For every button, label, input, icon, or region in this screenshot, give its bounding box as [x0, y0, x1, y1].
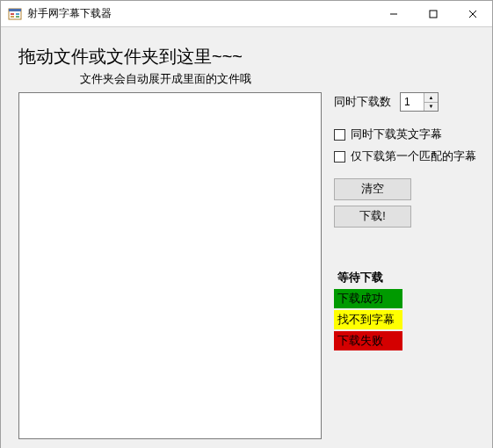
- checkbox-box-icon: [334, 151, 345, 163]
- checkbox-english-subs[interactable]: 同时下载英文字幕: [334, 127, 476, 142]
- numeric-up-button[interactable]: ▲: [424, 93, 438, 103]
- main-heading: 拖动文件或文件夹到这里~~~: [18, 47, 243, 66]
- concurrent-row: 同时下载数 1 ▲ ▼: [334, 92, 476, 112]
- sub-heading: 文件夹会自动展开成里面的文件哦: [80, 73, 251, 85]
- side-panel: 同时下载数 1 ▲ ▼ 同时下载英文字幕 仅下载第一个匹配的字幕: [334, 92, 476, 439]
- svg-rect-1: [9, 9, 21, 11]
- titlebar: 射手网字幕下载器: [1, 1, 492, 27]
- legend-failed: 下载失败: [334, 331, 402, 350]
- sub-heading-row: 文件夹会自动展开成里面的文件哦: [18, 70, 476, 87]
- checkbox-first-label: 仅下载第一个匹配的字幕: [351, 149, 476, 164]
- window-title: 射手网字幕下载器: [27, 6, 373, 21]
- numeric-arrows: ▲ ▼: [424, 93, 438, 111]
- legend-notfound: 找不到字幕: [334, 310, 402, 329]
- checkbox-first-match[interactable]: 仅下载第一个匹配的字幕: [334, 149, 476, 164]
- app-icon: [8, 7, 22, 21]
- minimize-button[interactable]: [373, 1, 413, 26]
- status-legend: 等待下载 下载成功 找不到字幕 下载失败: [334, 268, 476, 352]
- clear-button[interactable]: 清空: [334, 178, 411, 200]
- checkbox-box-icon: [334, 129, 345, 141]
- body-row: 同时下载数 1 ▲ ▼ 同时下载英文字幕 仅下载第一个匹配的字幕: [18, 92, 476, 439]
- svg-rect-7: [430, 11, 437, 18]
- app-window: 射手网字幕下载器 拖动文件或文件夹到这里~~~ 文件夹会自动展开成里面的文件哦 …: [0, 0, 493, 448]
- window-controls: [373, 1, 492, 26]
- svg-rect-2: [11, 13, 14, 15]
- svg-rect-4: [16, 13, 19, 15]
- buttons-group: 清空 下载!: [334, 178, 476, 233]
- close-button[interactable]: [453, 1, 492, 26]
- file-drop-listbox[interactable]: [18, 92, 322, 439]
- legend-waiting: 等待下载: [334, 268, 402, 287]
- svg-rect-3: [11, 16, 14, 18]
- heading-row: 拖动文件或文件夹到这里~~~: [18, 45, 476, 69]
- maximize-button[interactable]: [413, 1, 453, 26]
- numeric-down-button[interactable]: ▼: [424, 103, 438, 112]
- legend-success: 下载成功: [334, 289, 402, 308]
- checkbox-english-label: 同时下载英文字幕: [351, 127, 442, 142]
- concurrent-value: 1: [401, 93, 424, 111]
- concurrent-numeric-updown[interactable]: 1 ▲ ▼: [400, 92, 439, 112]
- concurrent-label: 同时下载数: [334, 95, 391, 110]
- svg-rect-5: [16, 16, 19, 18]
- client-area: 拖动文件或文件夹到这里~~~ 文件夹会自动展开成里面的文件哦 同时下载数 1 ▲…: [1, 27, 492, 448]
- download-button[interactable]: 下载!: [334, 206, 411, 228]
